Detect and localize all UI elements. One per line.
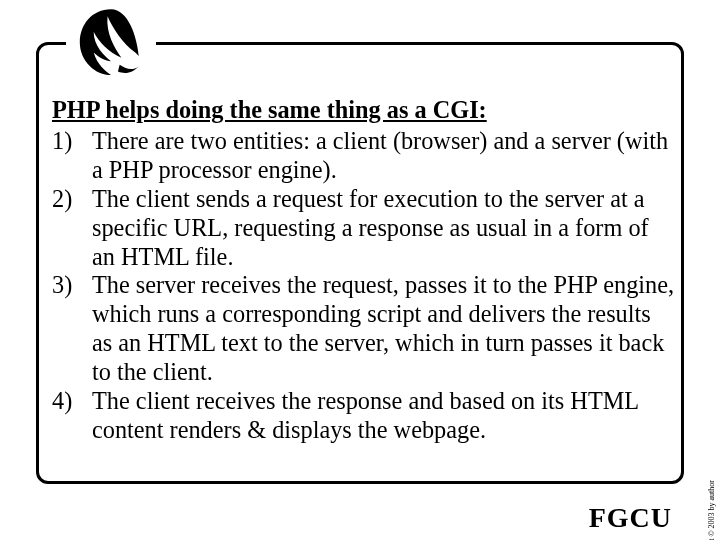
list-item: 1) There are two entities: a client (bro… (52, 127, 676, 185)
slide-heading: PHP helps doing the same thing as a CGI: (52, 96, 676, 125)
item-number: 3) (52, 271, 92, 300)
item-number: 1) (52, 127, 92, 156)
item-number: 2) (52, 185, 92, 214)
copyright-text: Copyright © 2003 by author (707, 480, 716, 540)
item-text: The server receives the request, passes … (92, 271, 676, 387)
item-text: There are two entities: a client (browse… (92, 127, 676, 185)
item-text: The client sends a request for execution… (92, 185, 676, 272)
feather-logo-icon (66, 4, 156, 82)
list-item: 3) The server receives the request, pass… (52, 271, 676, 387)
slide-content: PHP helps doing the same thing as a CGI:… (52, 96, 676, 445)
list-item: 4) The client receives the response and … (52, 387, 676, 445)
numbered-list: 1) There are two entities: a client (bro… (52, 127, 676, 445)
item-number: 4) (52, 387, 92, 416)
list-item: 2) The client sends a request for execut… (52, 185, 676, 272)
footer-logo: FGCU (585, 502, 676, 534)
item-text: The client receives the response and bas… (92, 387, 676, 445)
